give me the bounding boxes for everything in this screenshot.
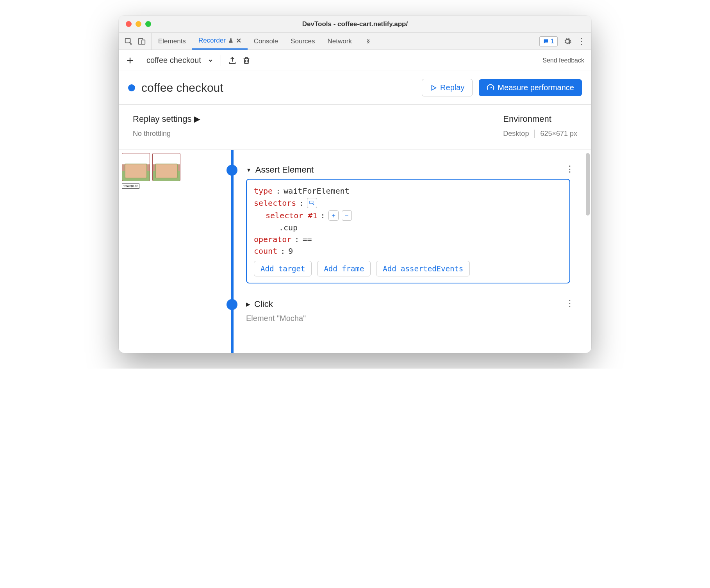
export-icon[interactable]: [228, 56, 237, 65]
add-target-button[interactable]: Add target: [254, 261, 312, 276]
environment-dimensions: 625×671 px: [534, 130, 577, 138]
field-val-count[interactable]: 9: [288, 246, 293, 256]
measure-performance-label: Measure performance: [498, 83, 574, 92]
recording-title: coffee checkout: [141, 81, 416, 94]
chevron-down-icon: [207, 57, 214, 64]
close-tab-icon[interactable]: ✕: [236, 37, 241, 45]
step-kebab-menu[interactable]: ⋮: [566, 164, 574, 174]
timeline-node: [227, 299, 237, 310]
field-val-operator[interactable]: ==: [302, 235, 312, 244]
recorder-body: Total $0.00 ▼ Assert Element ⋮ type: wai…: [119, 150, 591, 353]
replay-settings-label: Replay settings: [133, 114, 191, 124]
tab-overflow[interactable]: [358, 33, 378, 50]
delete-icon[interactable]: [242, 56, 251, 65]
messages-badge[interactable]: 1: [539, 36, 558, 46]
thumb-total-badge: Total $0.00: [122, 184, 139, 189]
devtools-tabbar: Elements Recorder ✕ Console Sources Netw…: [119, 33, 591, 50]
environment-device: Desktop: [503, 130, 529, 138]
recording-select-value: coffee checkout: [146, 56, 201, 65]
replay-button-label: Replay: [440, 83, 464, 92]
add-frame-button[interactable]: Add frame: [317, 261, 371, 276]
step-title: Assert Element: [255, 165, 314, 175]
screenshot-thumb[interactable]: [122, 153, 150, 181]
replay-button[interactable]: Replay: [422, 79, 473, 96]
add-asserted-events-button[interactable]: Add assertedEvents: [376, 261, 470, 276]
step-title: Click: [254, 299, 273, 309]
field-key-selectors: selectors: [254, 198, 296, 208]
environment-heading: Environment: [503, 114, 577, 124]
remove-selector-icon[interactable]: −: [342, 210, 352, 221]
kebab-menu-icon[interactable]: ⋮: [577, 36, 586, 46]
step-header[interactable]: ▼ Assert Element: [246, 161, 570, 179]
svg-rect-2: [142, 40, 145, 44]
timeline-node: [227, 165, 237, 176]
send-feedback-link[interactable]: Send feedback: [542, 57, 584, 64]
step-header[interactable]: ▶ Click: [246, 295, 570, 313]
inspect-icon[interactable]: [124, 37, 133, 46]
throttling-value: No throttling: [133, 130, 200, 138]
messages-count: 1: [551, 37, 554, 45]
tab-sources[interactable]: Sources: [284, 33, 321, 50]
field-key-type: type: [254, 186, 273, 196]
tab-recorder[interactable]: Recorder ✕: [192, 33, 248, 50]
scrollbar-thumb[interactable]: [586, 153, 590, 216]
recording-header: coffee checkout Replay Measure performan…: [119, 71, 591, 105]
step-assert-element: ▼ Assert Element ⋮ type: waitForElement …: [187, 161, 586, 283]
devtools-window: DevTools - coffee-cart.netlify.app/ Elem…: [119, 16, 591, 353]
replay-settings-toggle[interactable]: Replay settings ▶: [133, 114, 200, 124]
measure-performance-button[interactable]: Measure performance: [479, 79, 582, 96]
recording-status-dot: [128, 84, 135, 91]
titlebar: DevTools - coffee-cart.netlify.app/: [119, 16, 591, 33]
step-details-card: type: waitForElement selectors: selector…: [246, 179, 570, 283]
step-subtitle: Element "Mocha": [246, 314, 570, 323]
tab-console[interactable]: Console: [248, 33, 284, 50]
divider: [221, 55, 221, 66]
timeline: ▼ Assert Element ⋮ type: waitForElement …: [187, 150, 591, 353]
screenshot-thumb[interactable]: [152, 153, 180, 181]
field-val-type[interactable]: waitForElement: [284, 186, 350, 196]
field-key-selector1: selector #1: [266, 211, 317, 220]
screenshot-thumbnails: Total $0.00: [119, 150, 187, 353]
chevron-right-icon: ▶: [194, 114, 200, 124]
window-title: DevTools - coffee-cart.netlify.app/: [119, 20, 591, 28]
pick-selector-icon[interactable]: [307, 198, 317, 208]
caret-right-icon: ▶: [246, 301, 250, 307]
settings-row: Replay settings ▶ No throttling Environm…: [119, 105, 591, 150]
add-selector-icon[interactable]: ＋: [328, 210, 339, 221]
tab-network[interactable]: Network: [321, 33, 358, 50]
device-toggle-icon[interactable]: [137, 37, 146, 46]
step-kebab-menu[interactable]: ⋮: [566, 298, 574, 308]
field-key-operator: operator: [254, 235, 291, 244]
flask-icon: [228, 38, 234, 43]
recording-select[interactable]: coffee checkout: [140, 56, 214, 65]
new-recording-icon[interactable]: [126, 56, 134, 65]
field-key-count: count: [254, 246, 277, 256]
gear-icon[interactable]: [563, 37, 572, 46]
field-val-selector1[interactable]: .cup: [279, 223, 298, 232]
recorder-toolbar: coffee checkout Send feedback: [119, 50, 591, 71]
tab-recorder-label: Recorder: [198, 37, 226, 45]
tab-elements[interactable]: Elements: [152, 33, 192, 50]
step-click: ▶ Click Element "Mocha" ⋮: [187, 295, 586, 323]
caret-down-icon: ▼: [246, 167, 252, 173]
